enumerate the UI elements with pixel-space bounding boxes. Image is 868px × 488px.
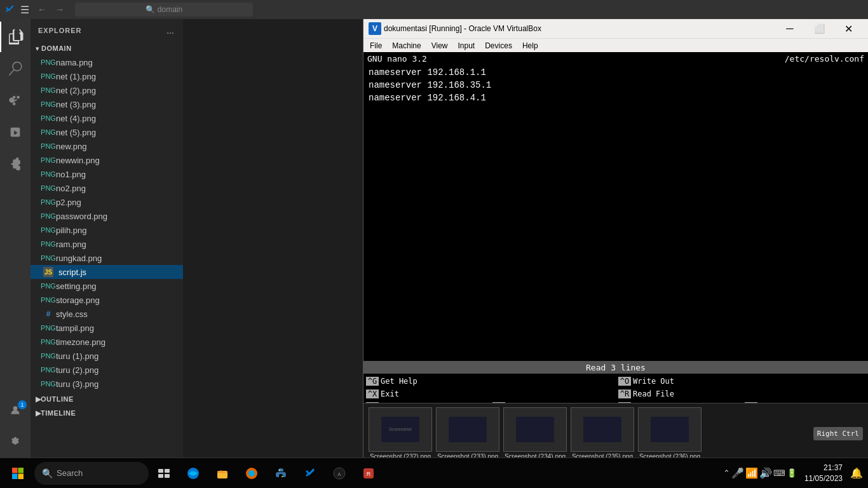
outline-section-header[interactable]: ▶ OUTLINE [31, 392, 183, 406]
nano-shortcut-write-out: ^O Write Out [616, 375, 868, 388]
file-name: tampil.png [56, 323, 94, 333]
nano-title-right: /etc/resolv.conf [785, 54, 864, 64]
systray: ⌃ 🎤 📶 🔊 ⌨ 🔋 21:37 11/05/2023 🔔 [721, 463, 865, 484]
nano-line-1: nameserver 192.168.1.1 [369, 66, 863, 79]
taskbar-explorer-button[interactable] [208, 461, 236, 486]
file-item-no1[interactable]: PNG no1.png [31, 167, 183, 181]
nano-key-icon: ^R [618, 390, 631, 398]
file-item-no2[interactable]: PNG no2.png [31, 181, 183, 195]
file-item-pilih[interactable]: PNG pilih.png [31, 223, 183, 237]
file-item-setting[interactable]: PNG setting.png [31, 279, 183, 293]
systray-battery-icon[interactable]: 🔋 [787, 468, 797, 478]
task-view-button[interactable] [150, 461, 178, 486]
vbox-menu-devices[interactable]: Devices [480, 40, 517, 51]
thumb-img-233 [436, 407, 499, 452]
vbox-menu-help[interactable]: Help [517, 40, 543, 51]
thumb-233[interactable]: Screenshot (233).png [436, 407, 499, 458]
svg-rect-8 [165, 469, 170, 473]
file-icon-png: PNG [43, 197, 53, 207]
vbox-menu-view[interactable]: View [426, 40, 453, 51]
nano-key-label: Read File [633, 390, 674, 398]
search-small-icon: 🔍 [146, 5, 155, 14]
activity-item-source-control[interactable] [0, 85, 31, 116]
file-item-storage[interactable]: PNG storage.png [31, 293, 183, 307]
file-icon-png: PNG [43, 169, 53, 179]
file-item-net1[interactable]: PNG net (1).png [31, 69, 183, 83]
systray-volume-icon[interactable]: 🔊 [759, 467, 772, 479]
file-name: net (3).png [56, 100, 96, 109]
systray-wifi-icon[interactable]: 📶 [745, 467, 758, 479]
file-icon-png: PNG [43, 183, 53, 193]
timeline-section-header[interactable]: ▶ TIMELINE [31, 406, 183, 420]
file-item-stylecss[interactable]: # style.css [31, 307, 183, 321]
activity-item-settings[interactable] [0, 427, 31, 458]
file-item-p2[interactable]: PNG p2.png [31, 195, 183, 209]
nano-terminal[interactable]: GNU nano 3.2 /etc/resolv.conf nameserver… [363, 52, 868, 458]
svg-text:R: R [367, 471, 371, 477]
thumb-232[interactable]: Screenshot Screenshot (232).png [369, 407, 432, 458]
systray-mic-icon[interactable]: 🎤 [731, 467, 744, 479]
systray-up-arrow[interactable]: ⌃ [723, 468, 730, 478]
taskbar-firefox-button[interactable] [238, 461, 266, 486]
systray-keyboard-icon[interactable]: ⌨ [773, 468, 785, 478]
activity-item-run[interactable] [0, 117, 31, 147]
thumb-234[interactable]: Screenshot (234).png [503, 407, 567, 458]
file-item-ram[interactable]: PNG ram.png [31, 237, 183, 251]
section-label: DOMAIN [41, 44, 72, 52]
sidebar-title: EXPLORER [38, 27, 82, 34]
taskbar-app8-button[interactable]: R [355, 461, 383, 486]
nano-content: nameserver 192.168.1.1 nameserver 192.16… [363, 65, 868, 361]
vbox-restore-button[interactable]: ⬜ [804, 19, 834, 38]
taskbar-search-bar[interactable]: 🔍 Search [34, 462, 149, 485]
file-name: net (5).png [56, 128, 96, 137]
file-item-nama-png[interactable]: PNG nama.png [31, 55, 183, 69]
thumb-label-235: Screenshot (235).png [572, 453, 633, 458]
file-icon-png: PNG [43, 225, 53, 235]
taskbar-python-button[interactable] [267, 461, 295, 486]
taskbar-time: 21:37 [804, 463, 843, 473]
file-item-new[interactable]: PNG new.png [31, 139, 183, 153]
main-layout: 1 EXPLORER ... ▾ DOMAIN PNG [0, 19, 868, 458]
activity-item-explorer[interactable] [0, 22, 31, 52]
taskbar-datetime[interactable]: 21:37 11/05/2023 [802, 463, 845, 484]
file-item-net2[interactable]: PNG net (2).png [31, 83, 183, 97]
notification-button[interactable]: 🔔 [848, 467, 865, 479]
taskbar-vscode-button[interactable] [296, 461, 324, 486]
thumb-236[interactable]: Screenshot (236).png [638, 407, 702, 458]
vbox-close-button[interactable]: ✕ [834, 19, 863, 38]
sidebar-more-button[interactable]: ... [165, 24, 175, 37]
activity-item-account[interactable]: 1 [0, 395, 31, 426]
activity-item-extensions[interactable] [0, 149, 31, 179]
file-item-newwin[interactable]: PNG newwin.png [31, 153, 183, 167]
file-item-turu1[interactable]: PNG turu (1).png [31, 349, 183, 363]
taskbar-app7-button[interactable]: A [325, 461, 353, 486]
file-item-scriptjs[interactable]: JS script.js [31, 265, 183, 279]
taskbar-edge-button[interactable] [179, 461, 207, 486]
vbox-minimize-button[interactable]: ─ [775, 19, 804, 38]
thumb-235[interactable]: Screenshot (235).png [571, 407, 634, 458]
nav-back-button[interactable]: ← [34, 2, 50, 17]
file-item-tampil[interactable]: PNG tampil.png [31, 321, 183, 335]
file-item-timezone[interactable]: PNG timezone.png [31, 335, 183, 349]
file-item-turu3[interactable]: PNG turu (3).png [31, 377, 183, 391]
file-item-turu2[interactable]: PNG turu (2).png [31, 363, 183, 377]
file-icon-png: PNG [43, 211, 53, 221]
svg-point-16 [281, 476, 283, 477]
file-item-net3[interactable]: PNG net (3).png [31, 97, 183, 111]
activity-item-search[interactable] [0, 53, 31, 84]
domain-section-header[interactable]: ▾ DOMAIN [31, 41, 183, 55]
svg-text:A: A [337, 471, 341, 477]
vbox-menu-machine[interactable]: Machine [387, 40, 426, 51]
file-item-net5[interactable]: PNG net (5).png [31, 125, 183, 139]
menu-icon[interactable]: ☰ [18, 4, 32, 16]
file-item-rungkad[interactable]: PNG rungkad.png [31, 251, 183, 265]
vbox-menu-input[interactable]: Input [453, 40, 480, 51]
nano-status-bar: Read 3 lines [363, 361, 868, 374]
file-item-net4[interactable]: PNG net (4).png [31, 111, 183, 125]
svg-rect-9 [158, 474, 163, 478]
nav-forward-button[interactable]: → [52, 2, 67, 17]
start-button[interactable] [3, 461, 33, 486]
vbox-menu-file[interactable]: File [365, 40, 387, 51]
command-search-bar[interactable]: 🔍 domain [75, 3, 253, 17]
file-item-password[interactable]: PNG password.png [31, 209, 183, 223]
